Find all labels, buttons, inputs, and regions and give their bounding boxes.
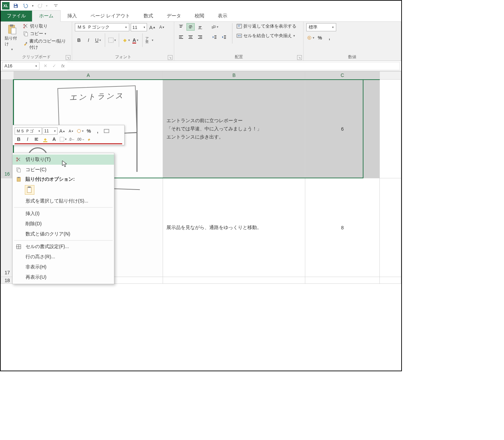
qat-customize-icon[interactable] [52,2,60,10]
mini-decrease-font-icon[interactable]: A▼ [67,127,75,135]
tab-review[interactable]: 校閲 [188,11,211,21]
border-button[interactable] [108,36,116,44]
align-top-icon[interactable] [177,23,185,31]
dialog-launcher-icon[interactable]: ↘ [66,55,70,60]
ruby-button[interactable]: ア亜 [145,36,153,44]
tab-file[interactable]: ファイル [1,11,32,21]
mini-increase-font-icon[interactable]: A▲ [58,127,66,135]
cm-paste-special[interactable]: 形式を選択して貼り付け(S)... [13,196,114,206]
mini-italic-icon[interactable]: I [23,135,32,143]
paste-button[interactable]: 貼り付け ▾ [3,23,20,52]
redo-dropdown-icon[interactable]: ▾ [46,4,48,7]
confirm-icon[interactable]: ✓ [50,62,59,70]
wrap-text-button[interactable]: 折り返して全体を表示する [237,23,296,29]
cell-D17[interactable] [380,178,401,277]
svg-rect-32 [214,37,216,37]
font-color-button[interactable]: A [131,36,140,44]
bold-button[interactable]: B [75,36,83,44]
percent-format-icon[interactable]: % [316,34,324,42]
dialog-launcher-icon[interactable]: ↘ [297,55,302,60]
align-right-icon[interactable] [196,33,204,41]
paste-option-default-icon[interactable] [25,185,34,195]
decrease-font-icon[interactable]: A▼ [158,23,166,31]
save-icon[interactable] [12,2,20,10]
cell-C18[interactable] [305,277,379,284]
cut-button[interactable]: 切り取り [23,23,69,29]
merge-center-button[interactable]: セルを結合して中央揃え ▾ [237,33,296,39]
cell-D18[interactable] [380,277,401,284]
cell-B18[interactable] [163,277,305,284]
fill-color-button[interactable] [122,36,130,44]
mini-accounting-icon[interactable] [76,127,84,135]
tab-view[interactable]: 表示 [211,11,234,21]
row-header-18[interactable]: 18 [1,277,14,284]
align-bottom-icon[interactable] [196,23,204,31]
cm-row-height[interactable]: 行の高さ(R)... [13,252,114,262]
dialog-launcher-icon[interactable]: ↘ [168,55,173,60]
mini-border-icon[interactable] [59,135,67,143]
tab-page-layout[interactable]: ページ レイアウト [84,11,137,21]
col-header-B[interactable]: B [163,71,305,80]
italic-button[interactable]: I [84,36,93,44]
mini-merge-icon[interactable] [102,127,111,135]
tab-home[interactable]: ホーム [32,10,61,22]
cancel-icon[interactable]: ✕ [41,62,50,70]
underline-button[interactable]: U [94,36,102,44]
svg-rect-28 [198,35,202,36]
comma-format-icon[interactable]: , [325,34,334,42]
row-header-17[interactable]: 17 [1,178,14,277]
cm-delete[interactable]: 削除(D) [13,219,114,229]
cell-D16[interactable] [380,80,401,178]
cm-insert[interactable]: 挿入(I) [13,209,114,219]
mini-size-combo[interactable]: 11▾ [43,127,58,135]
cm-clear[interactable]: 数式と値のクリア(N) [13,229,114,239]
tab-data[interactable]: データ [160,11,188,21]
mini-fill-color-icon[interactable] [41,135,49,143]
cm-cut[interactable]: 切り取り(T) [13,154,114,165]
decrease-indent-icon[interactable] [210,33,218,41]
mini-format-painter-icon[interactable] [85,135,94,143]
tab-formulas[interactable]: 数式 [137,11,160,21]
col-header-next[interactable] [380,71,401,80]
cm-hide[interactable]: 非表示(H) [13,262,114,272]
accounting-format-icon[interactable]: ¥ [306,34,314,42]
increase-font-icon[interactable]: A▲ [148,23,157,31]
cm-copy[interactable]: コピー(C) [13,165,114,175]
mini-percent-icon[interactable]: % [85,127,93,135]
undo-dropdown-icon[interactable]: ▾ [32,4,34,7]
number-format-combo[interactable]: 標準▾ [306,23,336,31]
mini-font-combo[interactable]: ＭＳ Ｐゴ▾ [15,127,42,135]
copy-button[interactable]: コピー ▾ [23,31,69,37]
orientation-icon[interactable]: ab [210,23,218,31]
col-header-A[interactable]: A [14,71,163,80]
col-header-C[interactable]: C [305,71,379,80]
align-center-icon[interactable] [186,33,195,41]
increase-indent-icon[interactable] [220,33,228,41]
cm-format-cells[interactable]: セルの書式設定(F)... [13,242,114,252]
select-all-button[interactable] [1,71,14,80]
row-header-16[interactable]: 16 [1,80,14,178]
fx-icon[interactable]: fx [59,62,67,70]
align-middle-icon[interactable] [186,23,195,31]
mini-bold-icon[interactable]: B [15,135,23,143]
cell-C17[interactable]: 8 [305,178,379,277]
formula-input[interactable] [67,62,400,70]
cm-clear-label: 数式と値のクリア(N) [26,231,70,237]
mini-increase-decimal-icon[interactable]: .0← [68,135,76,143]
cell-B17[interactable]: 展示品を見ながら、通路をゆっくりと移動。 [163,178,305,277]
align-left-icon[interactable] [177,33,185,41]
font-name-combo[interactable]: ＭＳ Ｐゴシック▾ [75,23,129,31]
undo-icon[interactable] [22,2,30,10]
mini-comma-icon[interactable]: , [94,127,102,135]
mini-align-icon[interactable] [32,135,40,143]
name-box[interactable]: A16▾ [2,62,39,70]
cell-B16[interactable]: エントランスの前に立つレポーター 「それでは早速、中に入ってみましょう！」 エン… [163,80,305,178]
tab-insert[interactable]: 挿入 [61,11,84,21]
format-painter-button[interactable]: 書式のコピー/貼り付け [23,38,69,50]
font-size-combo[interactable]: 11▾ [131,23,147,31]
mini-font-color-icon[interactable]: A [50,135,58,143]
redo-icon[interactable] [36,2,44,10]
mini-decrease-decimal-icon[interactable]: .00→ [77,135,85,143]
cell-C16[interactable]: 6 [305,80,379,178]
cm-unhide[interactable]: 再表示(U) [13,272,114,282]
